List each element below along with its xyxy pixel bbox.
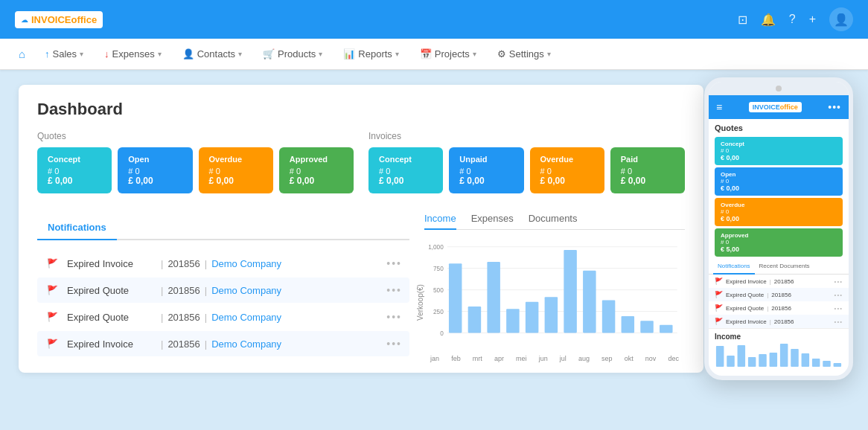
- notif-dots-3[interactable]: •••: [386, 311, 402, 323]
- chart-tab-income[interactable]: Income: [424, 208, 456, 230]
- svg-text:250: 250: [433, 308, 444, 315]
- chart-tab-expenses[interactable]: Expenses: [471, 208, 514, 230]
- add-icon[interactable]: +: [809, 13, 816, 26]
- chart-tab-documents[interactable]: Documents: [529, 208, 578, 230]
- svg-rect-10: [449, 263, 462, 333]
- invoices-concept-box[interactable]: Concept # 0 £ 0,00: [368, 147, 443, 193]
- mobile-notif-dots-3[interactable]: •••: [835, 305, 843, 312]
- mini-chart: [709, 342, 849, 376]
- svg-rect-15: [545, 297, 558, 333]
- quotes-section: Quotes Concept # 0 £ 0,00 Open # 0 £ 0,0…: [37, 131, 354, 205]
- expenses-chevron: ▾: [158, 50, 162, 58]
- nav-expenses[interactable]: ↓ Expenses ▾: [95, 44, 170, 64]
- notif-dots-1[interactable]: •••: [386, 257, 402, 269]
- quotes-open-count: # 0: [128, 167, 182, 176]
- mockup-notch: [709, 82, 849, 95]
- quotes-open-amount: £ 0,00: [128, 176, 182, 186]
- sep-3: |: [161, 285, 163, 296]
- mobile-notif-dots-1[interactable]: •••: [835, 278, 843, 285]
- notifications-tabs: Notifications: [37, 216, 409, 240]
- nav-reports[interactable]: 📊 Reports ▾: [334, 44, 408, 64]
- mobile-dots-icon[interactable]: •••: [828, 101, 841, 113]
- user-avatar[interactable]: 👤: [829, 7, 853, 31]
- quotes-label: Quotes: [37, 131, 354, 141]
- invoices-paid-box[interactable]: Paid # 0 £ 0,00: [610, 147, 685, 193]
- invoices-stat-row: Concept # 0 £ 0,00 Unpaid # 0 £ 0,00 Ove…: [368, 147, 685, 193]
- nav-settings[interactable]: ⚙ Settings ▾: [488, 44, 560, 64]
- invoices-label: Invoices: [368, 131, 685, 141]
- reports-chevron: ▾: [395, 50, 399, 58]
- mobile-approved-box[interactable]: Approved # 0 € 5,00: [715, 228, 843, 257]
- svg-rect-27: [770, 353, 778, 367]
- svg-rect-32: [823, 361, 831, 367]
- quotes-overdue-box[interactable]: Overdue # 0 £ 0,00: [199, 147, 273, 193]
- tab-notifications[interactable]: Notifications: [37, 216, 117, 240]
- mobile-logo[interactable]: INVOICEoffice: [749, 102, 802, 112]
- notif-num-1: 201856: [167, 258, 200, 269]
- notif-dots-2[interactable]: •••: [386, 284, 402, 296]
- contacts-icon: 👤: [182, 48, 194, 60]
- chart-x-labels: jan feb mrt apr mei jun jul aug sep okt …: [424, 355, 685, 362]
- notif-type-3: Expired Quote: [67, 312, 156, 323]
- svg-text:750: 750: [433, 265, 444, 272]
- x-jul: jul: [560, 355, 567, 362]
- mobile-notif-2: 🚩 Expired Quote | 201856 •••: [709, 288, 849, 301]
- mobile-tab-recent[interactable]: Recent Documents: [755, 259, 814, 275]
- invoices-overdue-box[interactable]: Overdue # 0 £ 0,00: [530, 147, 604, 193]
- mobile-notif-dots-4[interactable]: •••: [835, 318, 843, 325]
- svg-rect-13: [506, 309, 520, 333]
- nav-home-button[interactable]: ⌂: [11, 43, 33, 65]
- logo[interactable]: ☁ INVOICEoffice: [15, 11, 103, 28]
- notif-company-2[interactable]: Demo Company: [211, 285, 281, 296]
- invoices-paid-label: Paid: [621, 155, 674, 164]
- sep-6: |: [205, 312, 207, 323]
- svg-rect-19: [622, 316, 635, 333]
- mobile-notif-type-2: Expired Quote: [726, 292, 764, 298]
- notification-icon[interactable]: 🔔: [761, 13, 776, 27]
- mobile-overdue-box[interactable]: Overdue # 0 € 0,00: [715, 198, 843, 226]
- mobile-mockup: ≡ INVOICEoffice ••• Quotes Concept # 0 €…: [704, 77, 853, 380]
- mobile-notif-num-3: 201856: [771, 305, 791, 312]
- invoices-unpaid-label: Unpaid: [459, 155, 513, 164]
- reports-icon: 📊: [343, 48, 355, 60]
- mobile-tab-notifications[interactable]: Notifications: [713, 259, 755, 275]
- mobile-logo-wrap: INVOICEoffice: [749, 102, 802, 112]
- invoices-unpaid-box[interactable]: Unpaid # 0 £ 0,00: [449, 147, 523, 193]
- invoices-concept-count: # 0: [379, 167, 433, 176]
- mobile-open-box[interactable]: Open # 0 € 0,00: [715, 167, 843, 196]
- expenses-icon: ↓: [104, 48, 109, 60]
- notif-type-1: Expired Invoice: [67, 258, 156, 269]
- quotes-overdue-count: # 0: [209, 167, 263, 176]
- expand-icon[interactable]: ⊡: [738, 13, 747, 27]
- nav-contacts[interactable]: 👤 Contacts ▾: [173, 44, 251, 64]
- help-icon[interactable]: ?: [789, 13, 796, 26]
- quotes-approved-box[interactable]: Approved # 0 £ 0,00: [279, 147, 354, 193]
- mobile-menu-icon[interactable]: ≡: [716, 101, 722, 113]
- svg-rect-12: [487, 262, 500, 333]
- notif-company-3[interactable]: Demo Company: [211, 312, 281, 323]
- svg-rect-33: [834, 363, 842, 367]
- quotes-concept-label: Concept: [48, 155, 101, 164]
- quotes-open-box[interactable]: Open # 0 £ 0,00: [118, 147, 192, 193]
- notif-company-4[interactable]: Demo Company: [211, 338, 281, 350]
- nav-sales[interactable]: ↑ Sales ▾: [36, 44, 92, 64]
- notif-company-1[interactable]: Demo Company: [211, 258, 281, 269]
- mobile-notif-dots-2[interactable]: •••: [835, 292, 843, 298]
- notif-dots-4[interactable]: •••: [386, 338, 402, 350]
- logo-text: INVOICEoffice: [31, 14, 97, 25]
- x-nov: nov: [645, 355, 657, 362]
- svg-rect-18: [602, 301, 615, 333]
- mobile-flag-blue-1: 🚩: [715, 304, 723, 312]
- notifications-list: 🚩 Expired Invoice | 201856 | Demo Compan…: [37, 251, 409, 356]
- nav-projects[interactable]: 📅 Projects ▾: [411, 44, 485, 64]
- nav-products[interactable]: 🛒 Products ▾: [254, 44, 331, 64]
- svg-rect-31: [812, 359, 820, 367]
- camera-dot: [776, 86, 782, 92]
- quotes-concept-box[interactable]: Concept # 0 £ 0,00: [37, 147, 112, 193]
- mobile-concept-box[interactable]: Concept # 0 € 0,00: [715, 137, 843, 165]
- svg-rect-22: [716, 346, 724, 367]
- main-container: Dashboard Quotes Concept # 0 £ 0,00 Open…: [0, 70, 868, 388]
- mobile-notif-num-4: 201856: [774, 318, 794, 325]
- quotes-concept-count: # 0: [48, 167, 101, 176]
- svg-rect-29: [791, 349, 799, 367]
